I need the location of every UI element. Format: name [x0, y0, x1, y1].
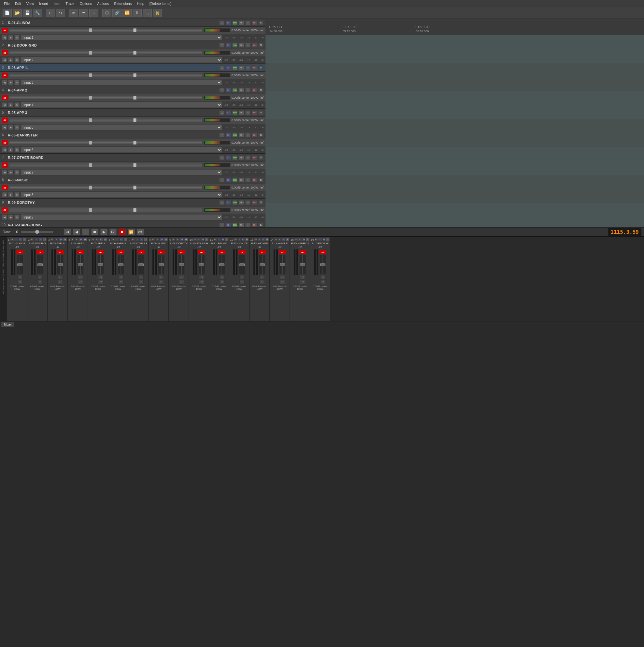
track-fx-3[interactable]: fx [239, 65, 244, 70]
track-fx-send-10[interactable]: ⬚ [219, 223, 224, 227]
track-solo-4[interactable]: S [258, 88, 263, 92]
track-io-8[interactable]: io [226, 178, 231, 182]
track-fader-7[interactable] [9, 163, 203, 167]
ch-s-btn-13[interactable]: s [258, 238, 261, 241]
ch-ar-7[interactable]: ar [137, 250, 145, 254]
track-input-fx-2[interactable]: fx [14, 57, 19, 63]
track-env-1[interactable]: env [232, 20, 238, 25]
track-phase-2[interactable]: ○ [245, 43, 251, 48]
track-rec-4[interactable]: ar [2, 95, 8, 100]
track-input-lft-8[interactable]: ◀ [2, 192, 7, 197]
track-env-5[interactable]: env [232, 111, 238, 115]
ch-fx-btn-16[interactable]: fx [326, 238, 329, 241]
ch-fx-btn-1[interactable]: fx [23, 238, 26, 241]
transport-pause[interactable]: ⏸ [82, 229, 89, 235]
track-fx-send-2[interactable]: ⬚ [219, 43, 224, 48]
track-input-rgt-9[interactable]: ▶ [8, 215, 13, 220]
track-phase-7[interactable]: ○ [245, 155, 251, 160]
track-env-4[interactable]: env [232, 88, 238, 92]
ch-m-btn-15[interactable]: m [295, 238, 298, 241]
ch-io-btn-15[interactable]: io [302, 238, 306, 241]
menu-file[interactable]: File [1, 1, 12, 6]
ch-io-btn-10[interactable]: io [201, 238, 205, 241]
menu-track[interactable]: Track [63, 1, 77, 6]
ch-io-btn-7[interactable]: io [140, 238, 143, 241]
track-rec-9[interactable]: ar [2, 207, 8, 213]
track-env-7[interactable]: env [232, 155, 238, 160]
track-fx-send-1[interactable]: ⬚ [219, 20, 224, 25]
track-fader-1[interactable] [9, 28, 203, 32]
track-input-rgt-6[interactable]: ▶ [8, 147, 13, 152]
track-mute-6[interactable]: m [252, 133, 257, 137]
track-fx-6[interactable]: fx [239, 133, 244, 137]
toolbar-metronome[interactable]: ⏸ [133, 9, 142, 17]
ch-io-btn-3[interactable]: io [59, 238, 63, 241]
arrange-row-3[interactable] [265, 91, 644, 119]
toolbar-new[interactable]: 📄 [3, 9, 12, 17]
ch-fx-btn-11[interactable]: fx [225, 238, 228, 241]
track-input-lft-9[interactable]: ◀ [2, 215, 7, 220]
track-solo-7[interactable]: S [258, 155, 263, 160]
track-input-fx-1[interactable]: fx [14, 35, 19, 40]
transport-loop[interactable]: 🔁 [128, 229, 135, 235]
transport-stop[interactable]: ⏹ [91, 229, 99, 235]
track-solo-3[interactable]: S [258, 65, 263, 70]
track-phase-6[interactable]: ○ [245, 133, 251, 137]
toolbar-undo[interactable]: ↩ [46, 9, 55, 17]
ch-m-btn-13[interactable]: m [254, 238, 257, 241]
toolbar-redo[interactable]: ↪ [56, 9, 65, 17]
toolbar-draw[interactable]: ✒ [79, 9, 88, 17]
arrange-row-4[interactable] [265, 119, 644, 147]
ch-fx-btn-3[interactable]: fx [63, 238, 67, 241]
ch-io-btn-4[interactable]: io [79, 238, 83, 241]
ch-m-btn-16[interactable]: m [315, 238, 318, 241]
track-fx-send-5[interactable]: ⬚ [219, 111, 224, 115]
track-input-fx-6[interactable]: fx [14, 147, 19, 152]
track-solo-8[interactable]: S [258, 178, 263, 182]
track-io-3[interactable]: io [226, 65, 231, 70]
track-fx-send-3[interactable]: ⬚ [219, 65, 224, 70]
track-io-2[interactable]: io [226, 43, 231, 48]
track-solo-10[interactable]: S [258, 223, 263, 227]
track-env-6[interactable]: env [232, 133, 238, 137]
ch-io-btn-2[interactable]: io [39, 238, 42, 241]
track-input-select-2[interactable]: Input 2 [20, 57, 222, 63]
ch-m-btn-2[interactable]: m [30, 238, 34, 241]
track-phase-10[interactable]: ○ [245, 223, 251, 227]
ch-m-btn-3[interactable]: m [51, 238, 54, 241]
transport-go-start[interactable]: ⏮ [64, 229, 71, 235]
track-input-fx-4[interactable]: fx [14, 102, 19, 107]
track-input-lft-7[interactable]: ◀ [2, 170, 7, 175]
track-rec-3[interactable]: ar [2, 73, 8, 78]
toolbar-grid[interactable]: ⊞ [102, 9, 111, 17]
arrange-row-1[interactable] [265, 35, 644, 63]
track-io-6[interactable]: io [226, 133, 231, 137]
toolbar-headphones[interactable]: 🎧 [143, 9, 152, 17]
ch-m-btn-1[interactable]: m [10, 238, 14, 241]
track-rec-8[interactable]: ar [2, 185, 8, 190]
ch-m-btn-8[interactable]: m [151, 238, 155, 241]
ch-s-btn-11[interactable]: s [217, 238, 221, 241]
arrange-row-7[interactable] [265, 203, 644, 227]
track-input-rgt-3[interactable]: ▶ [8, 80, 13, 85]
ch-m-btn-12[interactable]: m [234, 238, 237, 241]
ch-fx-btn-6[interactable]: fx [124, 238, 127, 241]
track-io-5[interactable]: io [226, 111, 231, 115]
track-mute-8[interactable]: m [252, 178, 257, 182]
ch-fx-btn-15[interactable]: fx [306, 238, 309, 241]
ch-fx-btn-10[interactable]: fx [205, 238, 208, 241]
track-mute-5[interactable]: m [252, 111, 257, 115]
toolbar-loop[interactable]: 🔁 [123, 9, 132, 17]
track-rec-5[interactable]: ar [2, 118, 8, 123]
ch-fx-btn-9[interactable]: fx [184, 238, 188, 241]
ch-fx-btn-2[interactable]: fx [43, 238, 47, 241]
menu-item[interactable]: Item [51, 1, 63, 6]
track-input-fx-8[interactable]: fx [14, 192, 19, 197]
track-solo-9[interactable]: S [258, 200, 263, 205]
menu-edit[interactable]: Edit [12, 1, 24, 6]
ch-io-btn-16[interactable]: io [322, 238, 326, 241]
ch-m-btn-11[interactable]: m [214, 238, 217, 241]
track-input-fx-5[interactable]: fx [14, 125, 19, 130]
track-fx-2[interactable]: fx [239, 43, 244, 48]
menu-actions[interactable]: Actions [94, 1, 111, 6]
